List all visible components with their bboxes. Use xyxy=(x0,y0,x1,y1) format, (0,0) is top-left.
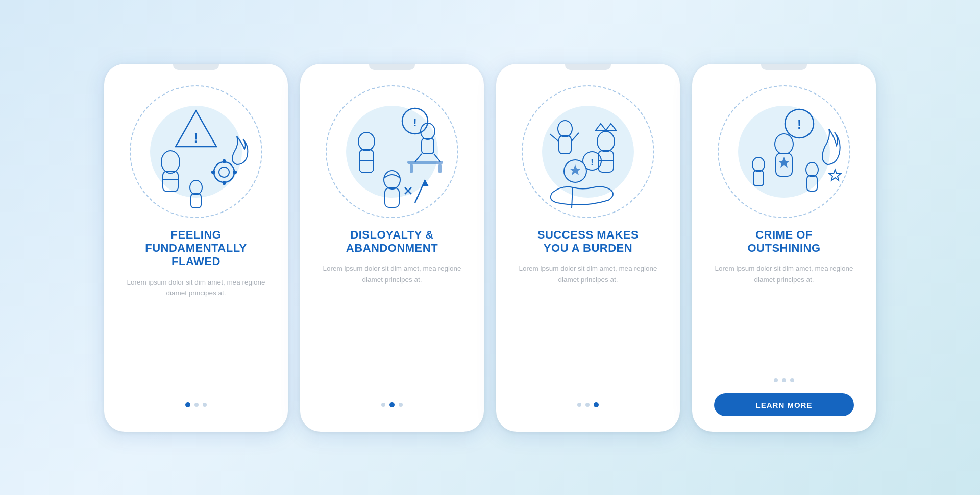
svg-line-18 xyxy=(434,154,440,162)
card-disloyalty: ! xyxy=(300,64,484,432)
card-body-1: Lorem ipsum dolor sit dim amet, mea regi… xyxy=(116,277,276,299)
svg-point-22 xyxy=(358,132,375,151)
dots-1 xyxy=(185,402,207,407)
svg-2: ! xyxy=(326,85,458,218)
svg-line-33 xyxy=(550,134,559,142)
phone-notch-2 xyxy=(369,64,415,70)
svg-point-46 xyxy=(775,134,793,154)
svg-point-11 xyxy=(190,180,202,195)
card-success-burden: ! SUCCESS MAKES YOU A BURDEN Lorem ipsum… xyxy=(496,64,680,432)
svg-point-36 xyxy=(597,131,615,152)
dots-4 xyxy=(774,378,794,382)
svg-line-17 xyxy=(415,154,422,162)
card-feeling-flawed: ! xyxy=(104,64,288,432)
svg-point-49 xyxy=(752,157,765,172)
card-body-2: Lorem ipsum dolor sit dim amet, mea regi… xyxy=(312,263,472,285)
dot-1-1 xyxy=(185,402,190,407)
card-title-4: CRIME OF OUTSHINING xyxy=(747,228,820,255)
illustration-3: ! xyxy=(508,75,668,228)
illustration-4: ! xyxy=(704,75,864,228)
svg-point-51 xyxy=(806,162,818,177)
svg-point-5 xyxy=(214,162,234,182)
svg-marker-30 xyxy=(422,180,429,186)
svg-text:!: ! xyxy=(413,116,416,129)
svg-rect-19 xyxy=(407,161,443,164)
dot-4-1 xyxy=(774,378,778,382)
svg-rect-12 xyxy=(191,194,201,208)
svg-rect-26 xyxy=(385,188,399,207)
svg-point-6 xyxy=(219,167,229,177)
svg-rect-21 xyxy=(438,164,442,173)
illustration-1: ! xyxy=(116,75,276,228)
dots-2 xyxy=(381,402,403,407)
card-title-2: DISLOYALTY & ABANDONMENT xyxy=(346,228,438,255)
dot-4-2 xyxy=(782,378,786,382)
cards-container: ! xyxy=(84,43,896,452)
dot-2-2 xyxy=(389,402,395,407)
dot-1-3 xyxy=(203,403,207,407)
svg-rect-20 xyxy=(410,164,413,173)
svg-rect-8 xyxy=(223,181,226,185)
card-title-3: SUCCESS MAKES YOU A BURDEN xyxy=(537,228,639,255)
svg-rect-10 xyxy=(233,171,237,174)
svg-text:!: ! xyxy=(591,158,593,167)
svg-rect-32 xyxy=(559,136,571,154)
phone-notch-3 xyxy=(565,64,611,70)
svg-rect-50 xyxy=(753,171,764,186)
dot-3-2 xyxy=(585,403,590,407)
dot-2-3 xyxy=(399,403,403,407)
svg-rect-9 xyxy=(211,171,215,174)
svg-rect-3 xyxy=(163,171,178,192)
svg-text:!: ! xyxy=(193,130,198,146)
card-title-1: FEELING FUNDAMENTALLY FLAWED xyxy=(145,228,247,269)
learn-more-button[interactable]: LEARN MORE xyxy=(714,393,854,416)
illustration-2: ! xyxy=(312,75,472,228)
card-body-3: Lorem ipsum dolor sit dim amet, mea regi… xyxy=(508,263,668,285)
phone-notch-1 xyxy=(173,64,219,70)
svg-rect-52 xyxy=(807,176,817,191)
svg-rect-7 xyxy=(223,159,226,163)
svg-line-34 xyxy=(571,133,579,142)
svg-text:!: ! xyxy=(797,117,801,131)
svg-point-2 xyxy=(161,151,180,173)
svg-point-25 xyxy=(384,171,400,189)
dot-1-2 xyxy=(194,403,199,407)
svg-4: ! xyxy=(718,85,850,218)
svg-rect-16 xyxy=(422,138,434,154)
svg-1: ! xyxy=(130,85,262,218)
dot-3-3 xyxy=(594,402,599,407)
svg-point-31 xyxy=(558,121,572,137)
svg-3: ! xyxy=(522,85,654,218)
card-body-4: Lorem ipsum dolor sit dim amet, mea regi… xyxy=(704,263,864,285)
dot-3-1 xyxy=(577,403,581,407)
dots-3 xyxy=(577,402,599,407)
dot-4-3 xyxy=(790,378,794,382)
svg-marker-53 xyxy=(829,170,841,180)
phone-notch-4 xyxy=(761,64,807,70)
dot-2-1 xyxy=(381,403,385,407)
svg-marker-35 xyxy=(596,124,616,130)
card-crime-outshining: ! CRIME OF O xyxy=(692,64,876,432)
